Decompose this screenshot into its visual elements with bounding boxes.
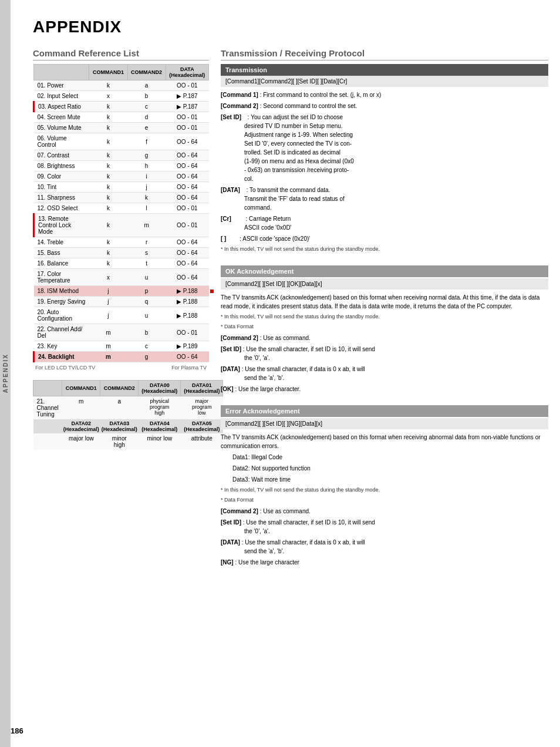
col-header-name: [34, 65, 89, 80]
cmd2-val: f: [127, 133, 166, 150]
cmd-name: 11. Sharpness: [34, 193, 89, 203]
channel-tuning-row: 21.ChannelTuning m a physicalprogramhigh…: [33, 396, 223, 420]
cmd1-val: k: [89, 123, 127, 133]
data-val: ▶ P.188: [166, 297, 208, 307]
trans-item-data: [DATA] : To transmit the command data. T…: [221, 186, 548, 212]
command-ref-table: COMMAND1 COMMAND2 DATA(Hexadecimal) 01. …: [33, 64, 209, 362]
error-ack-header: Error Acknowledgement: [221, 405, 548, 417]
cmd1-val: k: [89, 80, 127, 91]
cmd2-val: u: [127, 307, 166, 324]
col-header-cmd1: COMMAND1: [89, 65, 127, 80]
cmd1-val: m: [89, 324, 127, 341]
cmd2-val: e: [127, 123, 166, 133]
cmd1-val: k: [89, 203, 127, 214]
cmd2-val: h: [127, 161, 166, 171]
main-content: APPENDIX Command Reference List COMMAND1…: [21, 0, 560, 747]
sub-col-empty: [33, 419, 62, 433]
table-row-ism: 18. ISM Method j p ▶ P.188: [34, 286, 209, 297]
cmd-name: 03. Aspect Ratio: [34, 102, 89, 112]
cmd2-val: c: [127, 341, 166, 352]
trans-item-cmd2: [Command 2] : Second command to control …: [221, 102, 548, 110]
cmd1-val: k: [89, 150, 127, 161]
data-val: OO - 64: [166, 161, 208, 171]
table-header-row: COMMAND1 COMMAND2 DATA(Hexadecimal): [34, 65, 209, 80]
trans-item-space: [ ] : ASCII code 'space (0x20)': [221, 234, 548, 243]
table-row: 12. OSD Select k l OO - 01: [34, 203, 209, 214]
data-val: ▶ P.188: [166, 286, 208, 297]
cmd-name: 10. Tint: [34, 182, 89, 193]
cmd-name: 23. Key: [34, 341, 89, 352]
error-data2: Data2: Not supported function: [232, 464, 548, 473]
data-val: OO - 64: [166, 352, 208, 362]
error-item-setid: [Set ID] : Use the small character, if s…: [221, 518, 548, 536]
data-val: OO - 64: [166, 150, 208, 161]
cmd2-val: s: [127, 248, 166, 258]
sub-data-04: minor low: [139, 433, 181, 450]
cmd-name: 21.ChannelTuning: [33, 396, 62, 420]
ok-ack-desc: The TV transmits ACK (acknowledgement) b…: [221, 293, 548, 311]
table-row: 09. Color k i OO - 64: [34, 171, 209, 182]
trans-item-cmd1: [Command 1] : First command to control t…: [221, 90, 548, 99]
error-data3: Data3: Wait more time: [232, 475, 548, 484]
transmission-body: [Command 1] : First command to control t…: [221, 88, 548, 258]
page: APPENDIX APPENDIX Command Reference List…: [0, 0, 560, 747]
data-val: ▶ P.189: [166, 341, 208, 352]
sub-data-empty: [33, 433, 62, 450]
col-header-data: DATA(Hexadecimal): [166, 65, 208, 80]
cmd1-val: j: [89, 297, 127, 307]
cmd1-val: k: [89, 112, 127, 123]
cmd-name: 24. Backlight: [34, 352, 89, 362]
ok-ack-body: The TV transmits ACK (acknowledgement) b…: [221, 291, 548, 398]
table-row: 07. Contrast k g OO - 64: [34, 150, 209, 161]
two-col-layout: Command Reference List COMMAND1 COMMAND2…: [33, 48, 548, 729]
cmd2-val: d: [127, 112, 166, 123]
cmd1-val: k: [89, 171, 127, 182]
cmd-name: 17. ColorTemperature: [34, 269, 89, 286]
cmd2-val: a: [127, 80, 166, 91]
data-val: OO - 64: [166, 171, 208, 182]
footnote-led: For LED LCD TV/LCD TV: [35, 365, 95, 371]
table-row: 19. Energy Saving j q ▶ P.188: [34, 297, 209, 307]
cmd-name: 04. Screen Mute: [34, 112, 89, 123]
sub-data-05: attribute: [181, 433, 223, 450]
cmd-name: 09. Color: [34, 171, 89, 182]
cmd2-val: b: [127, 324, 166, 341]
error-ack-format: [Command2][ ][Set ID][ ][NG][Data][x]: [221, 418, 548, 429]
table-row: 06. VolumeControl k f OO - 64: [34, 133, 209, 150]
ok-ack-format: [Command2][ ][Set ID][ ][OK][Data][x]: [221, 278, 548, 290]
footnote-plasma: For Plasma TV: [171, 365, 207, 371]
cmd1-val: k: [89, 182, 127, 193]
sub-col-data05: DATA05(Hexadecimal): [181, 419, 223, 433]
cmd2-val: l: [127, 203, 166, 214]
sub-col-data03: DATA03(Hexadecimal): [100, 419, 139, 433]
transmission-section: Transmission [Command1][Command2][ ][Set…: [221, 64, 548, 258]
cmd1-val: m: [62, 396, 100, 420]
ok-ack-section: OK Acknowledgement [Command2][ ][Set ID]…: [221, 265, 548, 398]
table-row-remote-control-lock: 13. RemoteControl LockMode k m OO - 01: [34, 214, 209, 237]
cmd2-val: b: [127, 91, 166, 102]
transmission-format: [Command1][Command2][ ][Set ID][ ][Data]…: [221, 76, 548, 87]
cmd1-val: k: [89, 237, 127, 248]
data-val: OO - 64: [166, 248, 208, 258]
sub-col-data04: DATA04(Hexadecimal): [139, 419, 181, 433]
cmd2-val: k: [127, 193, 166, 203]
table-row: 23. Key m c ▶ P.189: [34, 341, 209, 352]
cmd-name: 14. Treble: [34, 237, 89, 248]
error-ack-desc: The TV transmits ACK (acknowledgement) b…: [221, 433, 548, 450]
table-row: 17. ColorTemperature x u OO - 64: [34, 269, 209, 286]
data-val: OO - 01: [166, 214, 208, 237]
cmd2-val: i: [127, 171, 166, 182]
data-val: OO - 64: [166, 193, 208, 203]
cmd-name: 01. Power: [34, 80, 89, 91]
error-ack-section: Error Acknowledgement [Command2][ ][Set …: [221, 405, 548, 571]
command-ref-title: Command Reference List: [33, 48, 209, 60]
ok-ack-item-setid: [Set ID] : Use the small character, if s…: [221, 345, 548, 362]
data-val: OO - 64: [166, 133, 208, 150]
data-val: OO - 64: [166, 182, 208, 193]
cmd-name: 13. RemoteControl LockMode: [34, 214, 89, 237]
table-row: 10. Tint k j OO - 64: [34, 182, 209, 193]
table-row-aspect-ratio: 03. Aspect Ratio k c ▶ P.187: [34, 102, 209, 112]
trans-section-title: Transmission / Receiving Protocol: [221, 48, 548, 60]
cmd-name: 02. Input Select: [34, 91, 89, 102]
sidebar-label: APPENDIX: [2, 354, 9, 393]
